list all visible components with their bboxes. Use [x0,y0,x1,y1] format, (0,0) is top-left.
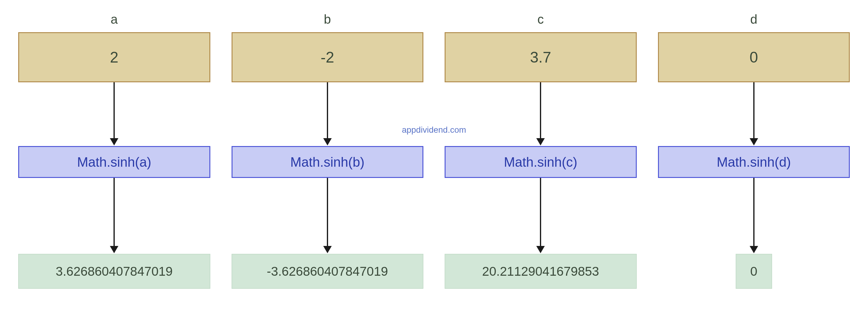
arrow-head-icon [750,138,758,146]
output-box: 20.21129041679853 [445,254,637,289]
input-box: 0 [658,32,850,82]
column-a: a 2 Math.sinh(a) 3.626860407847019 [18,12,210,289]
variable-label: c [537,12,544,27]
column-b: b -2 Math.sinh(b) -3.626860407847019 [231,12,424,289]
arrow-head-icon [323,138,332,146]
function-box: Math.sinh(a) [18,146,210,178]
input-box: 3.7 [445,32,637,82]
arrow-input-to-fn [445,82,637,146]
arrow-fn-to-output [445,178,637,254]
arrow-head-icon [110,138,118,146]
variable-label: d [750,12,757,27]
arrow-fn-to-output [231,178,424,254]
arrow-input-to-fn [18,82,210,146]
arrow-line-icon [540,178,541,247]
arrow-fn-to-output [658,178,850,254]
arrow-fn-to-output [18,178,210,254]
diagram-columns: a 2 Math.sinh(a) 3.626860407847019 b -2 … [0,0,868,289]
column-d: d 0 Math.sinh(d) 0 [658,12,850,289]
arrow-line-icon [327,178,328,247]
input-box: 2 [18,32,210,82]
arrow-input-to-fn [231,82,424,146]
input-box: -2 [231,32,424,82]
arrow-head-icon [750,246,758,253]
function-box: Math.sinh(c) [445,146,637,178]
function-box: Math.sinh(b) [231,146,424,178]
arrow-head-icon [110,246,118,253]
arrow-line-icon [540,82,541,140]
arrow-line-icon [753,82,754,140]
arrow-head-icon [536,246,545,253]
function-box: Math.sinh(d) [658,146,850,178]
watermark-text: appdividend.com [400,124,468,135]
variable-label: a [111,12,118,27]
output-box: 0 [736,254,772,289]
arrow-input-to-fn [658,82,850,146]
arrow-line-icon [753,178,754,247]
arrow-head-icon [536,138,545,146]
column-c: c 3.7 Math.sinh(c) 20.21129041679853 [445,12,637,289]
arrow-line-icon [114,178,115,247]
arrow-line-icon [114,82,115,140]
arrow-head-icon [323,246,332,253]
variable-label: b [324,12,331,27]
output-box: 3.626860407847019 [18,254,210,289]
arrow-line-icon [327,82,328,140]
output-box: -3.626860407847019 [231,254,424,289]
